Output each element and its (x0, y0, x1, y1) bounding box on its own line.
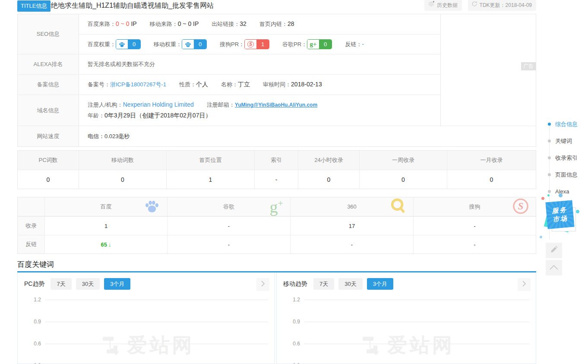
page-title: 绝地求生辅助_H1Z1辅助自瞄透视辅助_批发零售网站 (51, 1, 214, 10)
google-shoulu: - (168, 216, 291, 235)
domain-row: 注册人/机构：Nexperian Holding Limited 注册邮箱：Yu… (79, 95, 440, 126)
nav-item-overview[interactable]: 综合信息 (542, 116, 578, 133)
gridline (304, 344, 529, 344)
stats-header: 24小时收录 (298, 151, 360, 170)
chevron-up-icon (550, 264, 558, 272)
stats-header: 一周收录 (360, 151, 447, 170)
back-to-top-button[interactable] (546, 260, 562, 275)
stats-header: 首页位置 (167, 151, 255, 170)
nav-item-index[interactable]: 收录索引 (542, 149, 578, 166)
icp-number-link[interactable]: 浙ICP备18007267号-1 (110, 81, 166, 88)
title-info-badge: TITLE信息 (17, 0, 51, 12)
history-data-label: 历史数据 (437, 0, 458, 11)
mobile-paw-icon (182, 40, 194, 49)
pc-trend-panel: PC趋势 7天 30天 3个月 1.2 0.9 0.6 0.3 爱站网 (17, 272, 275, 364)
360-search-icon (390, 198, 406, 215)
aizhan-watermark: 爱站网 (358, 332, 455, 359)
stats-header: 移动词数 (79, 151, 167, 170)
google-pr-label: 谷歌PR： (282, 41, 307, 48)
sogou-fanlian: - (414, 235, 536, 253)
mobile-trend-label: 移动趋势 (283, 280, 307, 288)
y-axis-tick: 0.9 (285, 319, 300, 325)
sogou-icon: S (512, 198, 529, 215)
baidu-keywords-title: 百度关键词 (17, 260, 54, 269)
mobile-range-30d-button[interactable]: 30天 (338, 278, 362, 290)
mobile-range-7d-button[interactable]: 7天 (313, 278, 334, 290)
search-engines-table: 百度 谷歌 g+ 360 搜狗 S 收录 1 - 17 - 反链 65 ↓ - … (17, 197, 536, 254)
outlink-label: 出站链接： (212, 21, 240, 27)
tdk-update-button[interactable]: TDK更新：2018-04-09 (468, 0, 536, 11)
gridline (45, 344, 268, 344)
service-market-badge[interactable]: 服务 市场 (543, 198, 580, 239)
confetti-dot (541, 197, 544, 200)
beian-name: 丁立 (238, 81, 250, 88)
stats-header: 一月收录 (447, 151, 536, 170)
pc-trend-next-button[interactable] (256, 278, 269, 291)
gridline (45, 322, 268, 322)
stats-header: PC词数 (18, 151, 79, 170)
pc-trend-label: PC趋势 (24, 280, 44, 288)
sogou-pr-badge[interactable]: S 1 (244, 39, 269, 49)
confetti-dot (540, 236, 542, 238)
aizhan-logo-icon (358, 333, 381, 358)
backlink-label: 反链： (345, 41, 362, 47)
gridline (45, 300, 268, 300)
googleplus-icon: g+ (307, 40, 319, 49)
badge-front-square: 服务 市场 (545, 200, 574, 229)
ad-tag: 广告 (521, 62, 536, 70)
pc-range-7d-button[interactable]: 7天 (51, 278, 71, 290)
engine-header-sogou: 搜狗 S (414, 197, 536, 216)
stats-value: - (255, 170, 298, 189)
stats-header: 索引 (255, 151, 298, 170)
stats-value: 0 (79, 170, 167, 189)
beian-nature: 个人 (196, 81, 208, 88)
stats-value: 0 (18, 170, 79, 189)
anchor-nav: 综合信息 关键词 收录索引 页面信息 Alexa (542, 116, 578, 200)
site-info-table: SEO信息 百度来路：0 ~ 0 IP 移动来路：0 ~ 0 IP 出站链接：3… (17, 14, 536, 147)
engine-header-360: 360 (291, 197, 414, 216)
engine-header-google: 谷歌 g+ (168, 197, 291, 216)
history-data-button[interactable]: 历史数据 (424, 0, 462, 11)
ad-panel: 广告 (440, 14, 536, 126)
registrant-email-link[interactable]: YuMing@YinSiBaoHu.AliYun.com (235, 102, 317, 108)
engine-header-baidu: 百度 (45, 197, 168, 216)
nav-item-keywords[interactable]: 关键词 (542, 133, 578, 149)
stats-value: 1 (167, 170, 255, 189)
pencil-icon (550, 246, 558, 255)
mobile-weight-value: 0 (194, 40, 206, 49)
beian-row: 备案号：浙ICP备18007267号-1 性质：个人 名称：丁立 审核时间：20… (79, 74, 440, 95)
engines-corner-cell (18, 197, 45, 216)
google-pr-badge[interactable]: g+ 0 (307, 39, 332, 49)
gridline (304, 300, 529, 300)
googleplus-icon: g+ (270, 199, 283, 215)
row-label-seo: SEO信息 (18, 14, 79, 54)
beian-audit-date: 2018-02-13 (291, 81, 322, 88)
mobile-weight-badge[interactable]: 0 (182, 39, 207, 49)
aizhan-watermark: 爱站网 (98, 332, 195, 359)
nav-item-pageinfo[interactable]: 页面信息 (542, 166, 578, 183)
registrant-link[interactable]: Nexperian Holding Limited (123, 101, 194, 108)
baidu-weight-badge[interactable]: 0 (116, 39, 141, 49)
y-axis-tick: 0.9 (25, 319, 41, 325)
mobile-trend-next-button[interactable] (518, 278, 531, 291)
baidu-traffic-label: 百度来路： (88, 21, 116, 27)
domain-age: 0年3月29日（创建于2018年02月07日） (104, 112, 211, 120)
seo-weight-row: 百度权重： 0 移动权重： 0 搜狗PR： S 1 谷歌PR： g+ 0 (79, 34, 440, 54)
mobile-trend-panel: 移动趋势 7天 30天 3个月 1.2 0.9 0.6 0.3 爱站网 (276, 272, 536, 364)
mobile-range-3m-button[interactable]: 3个月 (367, 278, 393, 290)
alexa-value: 暂无排名或相关数据不充分 (88, 60, 155, 68)
confetti-dot (576, 210, 579, 213)
down-arrow-icon: ↓ (108, 241, 111, 248)
google-pr-value: 0 (319, 40, 332, 49)
pc-range-3m-button[interactable]: 3个月 (104, 278, 130, 290)
baidu-paw-icon (116, 40, 128, 49)
pc-range-30d-button[interactable]: 30天 (76, 278, 100, 290)
confetti-dot (547, 194, 550, 196)
baidu-fanlian: 65 ↓ (45, 235, 168, 253)
engine-row-label-shoulu: 收录 (18, 216, 45, 235)
google-fanlian: - (168, 235, 291, 253)
nav-dot-icon (548, 123, 551, 126)
edit-button[interactable] (546, 243, 562, 258)
y-axis-tick: 0.6 (25, 341, 41, 347)
nav-dot-icon (548, 190, 551, 193)
